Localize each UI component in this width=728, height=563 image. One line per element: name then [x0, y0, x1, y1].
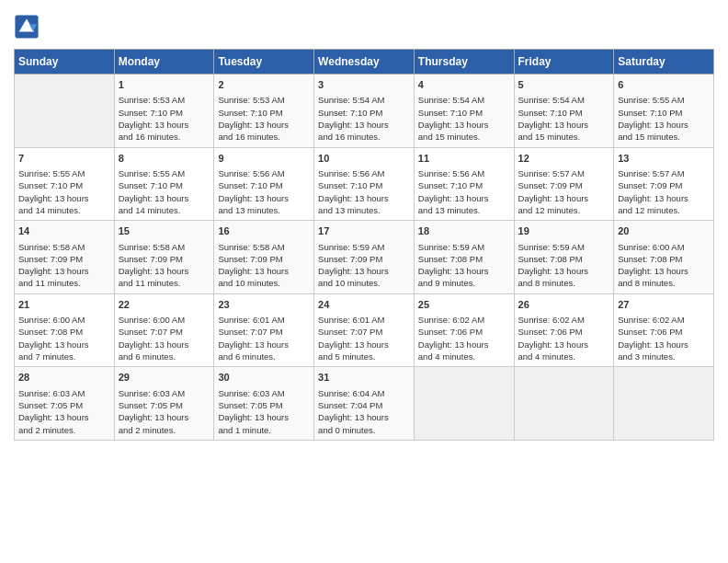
- day-number: 27: [618, 298, 710, 312]
- day-info: Daylight: 13 hours: [218, 339, 310, 350]
- day-info: Sunset: 7:04 PM: [318, 399, 410, 411]
- day-info: and 3 minutes.: [618, 350, 710, 362]
- day-number: 30: [218, 371, 310, 385]
- day-info: and 14 minutes.: [119, 204, 210, 216]
- day-info: and 12 minutes.: [518, 204, 610, 216]
- weekday-header-tuesday: Tuesday: [214, 50, 314, 75]
- day-info: Sunset: 7:09 PM: [518, 179, 610, 191]
- day-info: Daylight: 13 hours: [18, 265, 110, 277]
- calendar-cell: 5Sunrise: 5:54 AMSunset: 7:10 PMDaylight…: [514, 75, 614, 148]
- day-info: Daylight: 13 hours: [618, 192, 710, 204]
- day-info: Sunrise: 6:01 AM: [218, 314, 310, 326]
- calendar-cell: 31Sunrise: 6:04 AMSunset: 7:04 PMDayligh…: [314, 367, 415, 441]
- day-info: Sunset: 7:07 PM: [218, 326, 310, 338]
- day-info: Sunrise: 6:02 AM: [618, 314, 710, 326]
- day-info: Sunrise: 5:57 AM: [618, 167, 710, 179]
- day-info: and 2 minutes.: [119, 424, 210, 436]
- day-info: Sunset: 7:05 PM: [218, 399, 310, 411]
- page-header: [14, 14, 714, 40]
- calendar-cell: 20Sunrise: 6:00 AMSunset: 7:08 PMDayligh…: [614, 221, 714, 294]
- day-info: Sunset: 7:10 PM: [218, 179, 310, 191]
- day-info: Sunset: 7:10 PM: [119, 179, 210, 191]
- day-info: Sunrise: 5:55 AM: [18, 167, 110, 179]
- day-info: Daylight: 13 hours: [318, 119, 410, 131]
- day-info: Daylight: 13 hours: [518, 192, 610, 204]
- day-number: 25: [418, 298, 510, 312]
- day-info: Sunset: 7:06 PM: [618, 326, 710, 338]
- day-info: Sunset: 7:09 PM: [318, 253, 410, 265]
- day-info: Sunrise: 6:04 AM: [318, 387, 410, 399]
- day-info: and 15 minutes.: [518, 131, 610, 143]
- day-number: 5: [518, 78, 610, 92]
- day-info: Sunrise: 6:03 AM: [218, 387, 310, 399]
- calendar-cell: [15, 75, 115, 148]
- day-info: Sunrise: 5:59 AM: [418, 241, 510, 253]
- day-number: 15: [119, 224, 210, 238]
- day-info: and 5 minutes.: [318, 350, 410, 362]
- day-info: Sunset: 7:10 PM: [18, 179, 110, 191]
- day-number: 9: [218, 152, 310, 166]
- day-info: Daylight: 13 hours: [218, 192, 310, 204]
- calendar-cell: 17Sunrise: 5:59 AMSunset: 7:09 PMDayligh…: [314, 221, 415, 294]
- day-info: Daylight: 13 hours: [618, 119, 710, 131]
- day-info: Sunset: 7:08 PM: [18, 326, 110, 338]
- calendar-cell: 4Sunrise: 5:54 AMSunset: 7:10 PMDaylight…: [414, 75, 514, 148]
- day-number: 7: [18, 152, 110, 166]
- day-number: 23: [218, 298, 310, 312]
- weekday-header-saturday: Saturday: [614, 50, 714, 75]
- day-number: 29: [119, 371, 210, 385]
- day-number: 26: [518, 298, 610, 312]
- calendar-cell: [614, 367, 714, 441]
- day-number: 22: [119, 298, 210, 312]
- day-info: Sunrise: 5:53 AM: [119, 94, 210, 106]
- calendar-cell: 16Sunrise: 5:58 AMSunset: 7:09 PMDayligh…: [214, 221, 314, 294]
- day-number: 3: [318, 78, 410, 92]
- calendar-cell: 10Sunrise: 5:56 AMSunset: 7:10 PMDayligh…: [314, 147, 415, 221]
- day-info: Sunset: 7:08 PM: [518, 253, 610, 265]
- calendar-cell: 19Sunrise: 5:59 AMSunset: 7:08 PMDayligh…: [514, 221, 614, 294]
- day-info: Daylight: 13 hours: [119, 192, 210, 204]
- day-info: Daylight: 13 hours: [119, 119, 210, 131]
- day-info: Sunset: 7:10 PM: [119, 107, 210, 119]
- day-number: 31: [318, 371, 410, 385]
- day-number: 14: [18, 224, 110, 238]
- day-info: Sunset: 7:10 PM: [318, 107, 410, 119]
- day-info: Sunrise: 5:54 AM: [318, 94, 410, 106]
- calendar-cell: [514, 367, 614, 441]
- day-info: Daylight: 13 hours: [218, 265, 310, 277]
- day-info: Sunset: 7:09 PM: [18, 253, 110, 265]
- day-info: and 15 minutes.: [618, 131, 710, 143]
- day-info: and 16 minutes.: [119, 131, 210, 143]
- calendar-cell: 3Sunrise: 5:54 AMSunset: 7:10 PMDaylight…: [314, 75, 415, 148]
- calendar-cell: 27Sunrise: 6:02 AMSunset: 7:06 PMDayligh…: [614, 293, 714, 367]
- day-info: Daylight: 13 hours: [618, 339, 710, 350]
- day-info: Sunset: 7:10 PM: [218, 107, 310, 119]
- day-info: Sunrise: 6:03 AM: [119, 387, 210, 399]
- day-info: Sunrise: 5:56 AM: [418, 167, 510, 179]
- calendar-cell: 13Sunrise: 5:57 AMSunset: 7:09 PMDayligh…: [614, 147, 714, 221]
- calendar-cell: [414, 367, 514, 441]
- day-info: and 15 minutes.: [418, 131, 510, 143]
- weekday-header-wednesday: Wednesday: [314, 50, 415, 75]
- day-info: Sunset: 7:06 PM: [418, 326, 510, 338]
- day-info: Sunrise: 5:59 AM: [318, 241, 410, 253]
- calendar-cell: 23Sunrise: 6:01 AMSunset: 7:07 PMDayligh…: [214, 293, 314, 367]
- day-info: Sunrise: 5:58 AM: [119, 241, 210, 253]
- calendar-table: SundayMondayTuesdayWednesdayThursdayFrid…: [14, 49, 714, 441]
- day-info: Sunset: 7:06 PM: [518, 326, 610, 338]
- day-info: Daylight: 13 hours: [318, 192, 410, 204]
- day-info: and 8 minutes.: [518, 277, 610, 289]
- day-number: 10: [318, 152, 410, 166]
- day-info: Sunrise: 5:58 AM: [218, 241, 310, 253]
- day-number: 8: [119, 152, 210, 166]
- day-number: 28: [18, 371, 110, 385]
- day-info: Sunrise: 6:03 AM: [18, 387, 110, 399]
- day-info: Sunrise: 6:02 AM: [418, 314, 510, 326]
- day-info: Sunset: 7:09 PM: [119, 253, 210, 265]
- day-number: 2: [218, 78, 310, 92]
- day-info: Sunrise: 5:56 AM: [318, 167, 410, 179]
- day-info: Sunrise: 5:56 AM: [218, 167, 310, 179]
- day-info: Daylight: 13 hours: [18, 192, 110, 204]
- calendar-cell: 6Sunrise: 5:55 AMSunset: 7:10 PMDaylight…: [614, 75, 714, 148]
- calendar-cell: 28Sunrise: 6:03 AMSunset: 7:05 PMDayligh…: [15, 367, 115, 441]
